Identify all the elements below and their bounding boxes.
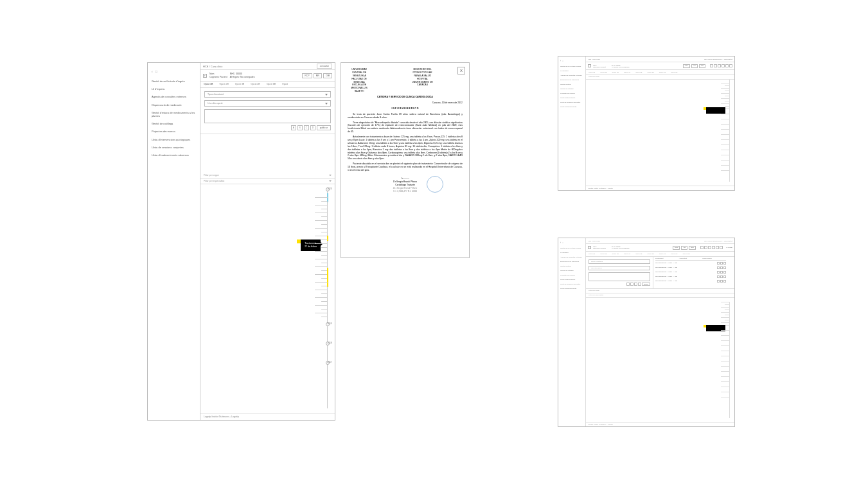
sidebar-item[interactable]: Gestió d'estocs de medicaments a les pla… — [152, 111, 196, 118]
doc-department: CATEDRA Y SERVICIO DE CLINICA CARDIOLOGI… — [348, 96, 463, 99]
thumb-table: TractamentAdministratResponsable Nom com… — [655, 257, 726, 288]
doc-signature: ✎──── Dr Sergio Brandi Pifano Cardiólogo… — [348, 177, 463, 193]
sidebar-item[interactable]: Lli d'espera — [152, 87, 196, 91]
patient-header: ▾ Nom Cognoms Pacient NHC: 00000 Al·lèrg… — [200, 70, 335, 82]
format-button[interactable]: D — [310, 125, 315, 130]
timeline-year-label: 2019 — [327, 322, 332, 325]
timeline-axis — [327, 189, 328, 408]
document-overlay: X UNIVERSIDAD CENTRAL DE VENEZUELAFACULT… — [341, 62, 470, 258]
tab[interactable]: Opció 6B — [263, 82, 279, 87]
doc-header-left: UNIVERSIDAD CENTRAL DE VENEZUELAFACULTAD… — [348, 68, 400, 93]
timeline[interactable]: 2020 Tractament 27 de febrer — [200, 184, 335, 414]
tab[interactable]: Opció 2B — [216, 82, 231, 87]
sidebar: ‹ □ Gestió de sol·licituds d'ingrés Lli … — [148, 63, 200, 420]
format-button[interactable]: S — [297, 125, 303, 130]
thumb-sidebar: ‹□ Gestió de sol·licituds d'ingrés Lli d… — [558, 238, 585, 426]
back-icon[interactable]: ‹ — [152, 69, 153, 73]
sidebar-item[interactable]: Agenda de consultes externes — [152, 95, 196, 98]
thumbnail-window-1: ‹□ Gestió de sol·licituds d'ingrés Lli d… — [558, 56, 735, 191]
doc-title: I N F O R M E M E D I C O — [348, 107, 463, 110]
sidebar-item[interactable]: Gestió de catàlegs — [152, 122, 196, 125]
thumb-sidebar: ‹□ Gestió de sol·licituds d'ingrés Lli d… — [558, 57, 585, 190]
format-button[interactable]: A — [291, 125, 296, 130]
consultor-button[interactable]: consultor — [317, 64, 332, 69]
format-button[interactable]: C — [304, 125, 309, 130]
doc-paragraph: Se trata de paciente Juan Carlos Fariña … — [348, 113, 463, 119]
breadcrumb-bar: HCE / Curs clínic consultor — [200, 63, 335, 70]
badge-db[interactable]: D/B — [323, 73, 332, 78]
footer: Logotip Institut Guttmann + Logotip — [200, 414, 335, 420]
sidebar-item[interactable]: Llista d'intervencions quirúrgiques — [152, 138, 196, 141]
timeline-year-label: 2020 — [327, 187, 332, 190]
doc-paragraph: Tiene diagnóstico de "Miocardiopatía dil… — [348, 121, 463, 134]
timeline-year-label: 2017 — [327, 361, 332, 363]
stamp-icon — [427, 176, 443, 193]
tab[interactable]: Opció 3B — [232, 82, 247, 87]
publicar-button[interactable]: publicar — [317, 125, 331, 130]
badge-rcp[interactable]: RCP — [302, 73, 312, 78]
note-textarea[interactable] — [204, 109, 331, 123]
content-area: HCE / Curs clínic consultor ▾ Nom Cognom… — [200, 63, 335, 420]
breadcrumb: HCE / Curs clínic — [203, 65, 222, 68]
form-area: Tipus d'anotació Una altra opció A S C D… — [200, 88, 335, 134]
tipus-dropdown[interactable]: Tipus d'anotació — [204, 91, 331, 98]
sidebar-item[interactable]: Llista d'esdeveniments adversos — [152, 153, 196, 157]
tab[interactable]: Opció 1B — [200, 82, 216, 87]
timeline-tooltip: Tractament 27 de febrer — [301, 240, 321, 251]
collapse-icon[interactable]: ▾ — [203, 74, 207, 78]
main-app-window: ‹ □ Gestió de sol·licituds d'ingrés Lli … — [147, 62, 335, 421]
filter-area: Filtar per orgue Filtar per especialitat — [200, 173, 335, 184]
doc-date: Caracas, 10 de enero de 2012 — [348, 101, 463, 105]
square-icon[interactable]: □ — [155, 69, 157, 73]
timeline-tick — [315, 197, 328, 198]
filter-especialitat-dropdown[interactable]: Filtar per especialitat — [200, 179, 335, 184]
thumb-timeline: Filtar per orgue — [586, 75, 734, 186]
altra-dropdown[interactable]: Una altra opció — [204, 100, 331, 107]
tab[interactable]: Opció — [279, 82, 291, 87]
tab[interactable]: Opció 4B — [247, 82, 263, 87]
sidebar-item[interactable]: Projectes de recerca — [152, 130, 196, 133]
sidebar-item[interactable]: Llista de sessions conjuntes — [152, 146, 196, 149]
doc-header-right: MINISTERIO DEL PODER POPULAR PARA LA SAL… — [411, 68, 463, 93]
thumbnail-window-2: ‹□ Gestió de sol·licituds d'ingrés Lli d… — [558, 238, 735, 427]
sidebar-item[interactable]: Dispensació de medicació — [152, 103, 196, 107]
badge-mr[interactable]: MR — [314, 73, 322, 78]
tooltip-color-icon — [297, 240, 301, 243]
doc-paragraph: Actualmente con tratamiento a base de: I… — [348, 135, 463, 161]
timeline-year-label: 2018 — [327, 342, 332, 344]
filter-orgue-dropdown[interactable]: Filtar per orgue — [200, 173, 335, 179]
doc-paragraph: Paciente discutido en el servicio don se… — [348, 162, 463, 172]
close-button[interactable]: X — [457, 67, 465, 74]
tooltip-date: 27 de febrer — [305, 245, 317, 248]
patient-alergies: Al·lèrgies: No conegudes — [230, 76, 255, 79]
sidebar-item[interactable]: Gestió de sol·licituds d'ingrés — [152, 80, 196, 83]
tabs: Opció 1B Opció 2B Opció 3B Opció 4B Opci… — [200, 82, 335, 88]
patient-cognoms: Cognoms Pacient — [209, 76, 227, 79]
